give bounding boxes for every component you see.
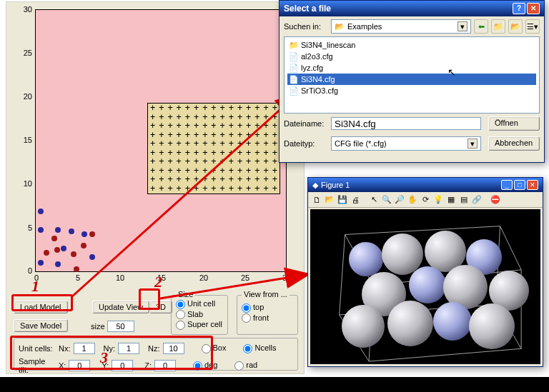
chevron-down-icon[interactable]: ▾ — [458, 21, 468, 31]
atom-sphere — [349, 242, 383, 276]
radio-unit-cell[interactable]: Unit cell — [176, 299, 223, 309]
annotation-2: 2 — [154, 273, 162, 291]
y-tick-5: 25 — [19, 49, 32, 57]
filename-input[interactable] — [331, 117, 481, 130]
file-item[interactable]: 📄 SrTiO3.cfg — [287, 85, 536, 96]
open-button[interactable]: Öffnen — [488, 116, 540, 131]
radio-rad[interactable]: rad — [234, 361, 257, 371]
y-tick-1: 5 — [19, 223, 32, 232]
link-icon[interactable]: 🔗 — [471, 194, 483, 206]
zoom-out-icon[interactable]: 🔎 — [394, 194, 405, 206]
save-model-button[interactable]: Save Model — [14, 319, 68, 332]
atom-sphere — [387, 301, 433, 346]
folder-icon: 📁 — [289, 41, 299, 49]
print-icon[interactable]: 🖨 — [350, 194, 361, 206]
y-tick-6: 30 — [19, 5, 32, 14]
highlight-1 — [11, 294, 73, 311]
scatter-dot — [81, 231, 87, 237]
scatter-dot — [38, 227, 44, 233]
datatip-icon[interactable]: 💡 — [432, 194, 444, 206]
file-label: lyz.cfg — [301, 64, 323, 72]
new-icon[interactable]: 🗋 — [311, 194, 322, 206]
file-label: Si3N4_linescan — [301, 41, 355, 49]
figure-canvas[interactable] — [310, 209, 540, 364]
size-input[interactable] — [107, 321, 134, 332]
filetype-label: Dateityp: — [284, 139, 328, 148]
y-tick-3: 15 — [19, 136, 32, 144]
atom-sphere — [469, 303, 515, 349]
file-label: SrTiO3.cfg — [301, 86, 338, 95]
annotation-3: 3 — [100, 348, 108, 367]
x-tick-4: 20 — [195, 273, 212, 282]
chevron-down-icon[interactable]: ▾ — [468, 139, 478, 149]
new-folder-icon[interactable]: 📂 — [508, 19, 523, 34]
scatter-dot — [69, 228, 74, 234]
radio-top[interactable]: top — [242, 303, 293, 313]
radio-label: top — [253, 303, 264, 311]
file-dialog: Select a file ? ✕ Suchen in: 📂 Examples … — [279, 0, 545, 163]
open-icon[interactable]: 📂 — [324, 194, 335, 206]
radio-label: Slab — [187, 310, 203, 318]
file-icon: 📄 — [289, 64, 299, 72]
figure-toolbar: 🗋 📂 💾 🖨 ↖ 🔍 🔎 ✋ ⟳ 💡 ▦ ▤ 🔗 ⛔ — [308, 192, 543, 208]
scatter-dot — [81, 243, 86, 248]
radio-slab[interactable]: Slab — [176, 310, 223, 320]
stop-icon[interactable]: ⛔ — [490, 194, 501, 206]
plot-area[interactable]: // build 10x15 plus grid inline via DOM … — [35, 9, 287, 272]
back-icon[interactable]: ⬅ — [474, 19, 488, 34]
views-icon[interactable]: ☰▾ — [525, 19, 540, 34]
dialog-titlebar[interactable]: Select a file ? ✕ — [280, 1, 544, 16]
bottom-blackbar — [0, 377, 549, 392]
radio-label: Box — [213, 343, 227, 352]
figure-titlebar[interactable]: ◆ Figure 1 _ □ ✕ — [308, 178, 543, 192]
size-label: size — [91, 322, 105, 331]
close-icon[interactable]: ✕ — [527, 3, 540, 14]
radio-label: Super cell — [187, 320, 222, 328]
radio-label: rad — [246, 361, 257, 369]
matlab-icon: ◆ — [312, 181, 318, 190]
rotate-icon[interactable]: ⟳ — [420, 194, 431, 206]
filetype-combo[interactable]: CFG file (*.cfg) ▾ — [331, 136, 481, 151]
colorbar-icon[interactable]: ▦ — [445, 194, 457, 206]
x-tick-5: 25 — [237, 273, 254, 282]
file-icon: 📄 — [289, 75, 299, 84]
zoom-in-icon[interactable]: 🔍 — [381, 194, 392, 206]
file-item[interactable]: 📄 lyz.cfg — [287, 62, 536, 74]
scatter-dot — [55, 261, 61, 267]
lookin-combo[interactable]: 📂 Examples ▾ — [331, 19, 471, 34]
maximize-icon[interactable]: □ — [514, 180, 525, 190]
file-icon: 📄 — [289, 52, 299, 61]
radio-super-cell[interactable]: Super cell — [176, 320, 223, 330]
view-group: View from ... top front — [237, 295, 298, 335]
x-tick-1: 5 — [69, 273, 86, 282]
close-icon[interactable]: ✕ — [527, 180, 538, 190]
pan-icon[interactable]: ✋ — [407, 194, 418, 206]
file-item-folder[interactable]: 📁 Si3N4_linescan — [287, 39, 536, 51]
scatter-dot — [38, 208, 44, 214]
file-item-selected[interactable]: 📄 Si3N4.cfg — [287, 74, 536, 85]
file-list[interactable]: 📁 Si3N4_linescan 📄 al2o3.cfg 📄 lyz.cfg 📄… — [284, 36, 540, 114]
y-tick-2: 10 — [19, 179, 32, 188]
highlight-3 — [10, 336, 213, 370]
radio-ncells[interactable]: Ncells — [243, 343, 276, 353]
lookin-value: Examples — [347, 22, 382, 31]
plus-grid: // build 10x15 plus grid inline via DOM … — [147, 103, 280, 194]
annotation-1: 1 — [31, 277, 39, 296]
scatter-dot — [71, 251, 76, 257]
pointer-icon[interactable]: ↖ — [368, 194, 380, 206]
scatter-dot — [89, 231, 95, 237]
scatter-dot — [55, 227, 61, 233]
cancel-button[interactable]: Abbrechen — [488, 136, 540, 151]
radio-front[interactable]: front — [242, 313, 293, 323]
radio-label: front — [253, 313, 269, 322]
minimize-icon[interactable]: _ — [501, 180, 513, 190]
view-group-title: View from ... — [242, 290, 290, 298]
file-label: al2o3.cfg — [301, 52, 333, 61]
up-folder-icon[interactable]: 📁 — [491, 19, 505, 34]
save-icon[interactable]: 💾 — [337, 194, 348, 206]
scatter-dot — [38, 260, 44, 266]
legend-icon[interactable]: ▤ — [458, 194, 470, 206]
help-icon[interactable]: ? — [513, 3, 525, 14]
figure-title: Figure 1 — [321, 181, 350, 189]
file-item[interactable]: 📄 al2o3.cfg — [287, 51, 536, 62]
